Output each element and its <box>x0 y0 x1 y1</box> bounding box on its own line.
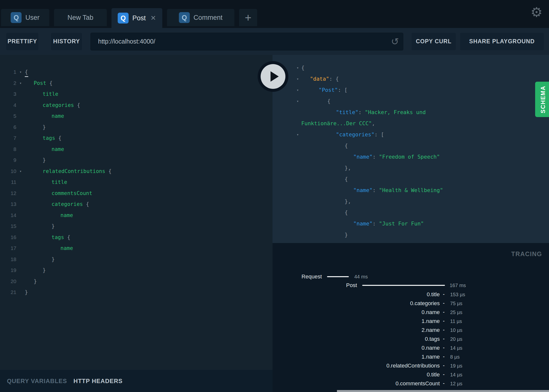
endpoint-url-input[interactable] <box>90 33 403 50</box>
line-number: 21 <box>0 289 16 295</box>
refresh-schema-icon[interactable]: ↺ <box>391 37 399 46</box>
response-line: } <box>273 229 549 240</box>
response-code: "Post": [ <box>301 87 348 93</box>
tracing-resolver-row: 2.name-10 µs <box>273 326 549 335</box>
http-headers-tab[interactable]: HTTP HEADERS <box>74 378 123 385</box>
response-line: "name": "Freedom of Speech" <box>273 151 549 162</box>
query-variables-tab[interactable]: QUERY VARIABLES <box>7 378 67 385</box>
tab-new-tab[interactable]: New Tab <box>54 9 107 26</box>
prettify-button[interactable]: PRETTIFY <box>6 33 38 50</box>
line-number: 11 <box>0 179 16 185</box>
tracing-title: TRACING <box>511 250 542 258</box>
editor-footer: QUERY VARIABLES HTTP HEADERS <box>0 370 273 392</box>
response-code: { <box>301 209 348 216</box>
query-line: 21} <box>0 287 273 298</box>
schema-sidebar-label: SCHEMA <box>540 86 547 113</box>
response-code: { <box>301 98 330 104</box>
execute-query-button[interactable] <box>258 61 288 92</box>
response-line: }, <box>273 162 549 173</box>
query-code: } <box>25 124 46 130</box>
response-line: ] <box>273 240 549 243</box>
fold-arrow-icon[interactable]: ▾ <box>273 99 301 103</box>
resolver-duration: 14 µs <box>450 343 462 352</box>
span-label: Request <box>302 272 322 281</box>
code-token: } <box>25 289 28 295</box>
query-line: 14name <box>0 210 273 221</box>
response-line: }, <box>273 196 549 207</box>
code-token: } <box>43 267 46 273</box>
response-line: ▾"Post": [ <box>273 84 549 96</box>
code-token: : <box>373 154 379 160</box>
query-line: 6} <box>0 122 273 133</box>
tab-post[interactable]: QPost✕ <box>111 8 162 28</box>
code-token: "categories" <box>336 131 374 138</box>
tracing-resolver-row: 0.name-14 µs <box>273 343 549 352</box>
fold-arrow-icon[interactable]: ▾ <box>16 81 25 85</box>
code-token: "Just For Fun" <box>379 220 424 227</box>
query-code: Post { <box>25 80 53 86</box>
code-token: , <box>372 120 375 126</box>
query-editor-pane[interactable]: 1▾{2▾Post {3title4categories {5name6}7ta… <box>0 55 273 370</box>
schema-sidebar-button[interactable]: SCHEMA <box>535 82 549 117</box>
response-line: { <box>273 207 549 218</box>
resolver-path: 1.name <box>422 317 440 326</box>
tab-bar: QUserNew TabQPost✕QComment + <box>0 0 549 28</box>
fold-arrow-icon[interactable]: ▾ <box>16 70 25 74</box>
settings-gear-icon[interactable]: ⚙ <box>531 5 543 19</box>
resolver-duration: 8 µs <box>450 352 460 361</box>
query-code: title <box>25 91 58 97</box>
query-code: categories { <box>25 201 89 207</box>
fold-arrow-icon[interactable]: ▾ <box>273 132 301 137</box>
query-line: 4categories { <box>0 100 273 111</box>
code-token: { <box>83 201 89 207</box>
resolver-dash: - <box>443 317 444 325</box>
response-line: ▾"categories": [ <box>273 129 549 140</box>
history-button[interactable]: HISTORY <box>51 33 82 50</box>
code-token: : <box>373 187 379 193</box>
query-code: relatedContributions { <box>25 168 111 174</box>
code-token: : { <box>329 76 339 82</box>
line-number: 19 <box>0 267 16 273</box>
close-icon[interactable]: ✕ <box>150 14 156 22</box>
code-token: } <box>43 157 46 163</box>
code-token: }, <box>345 165 351 171</box>
resolver-dash: - <box>443 352 444 361</box>
response-code: { <box>301 176 348 182</box>
line-number: 3 <box>0 91 16 97</box>
query-code: name <box>25 113 64 119</box>
query-type-badge: Q <box>179 12 190 23</box>
tracing-resolver-row: 0.name-25 µs <box>273 308 549 317</box>
query-code: tags { <box>25 135 61 141</box>
resolver-duration: 20 µs <box>450 335 462 343</box>
query-line: 18} <box>0 254 273 265</box>
new-tab-button[interactable]: + <box>239 9 257 26</box>
code-token: { <box>64 234 70 240</box>
resolver-dash: - <box>443 379 444 388</box>
tab-user[interactable]: QUser <box>1 9 49 26</box>
query-code: } <box>25 289 28 295</box>
share-playground-button[interactable]: SHARE PLAYGROUND <box>460 33 544 50</box>
horizontal-scrollbar[interactable] <box>337 390 549 392</box>
query-line: 20} <box>0 276 273 287</box>
code-token: } <box>345 232 348 238</box>
span-label: Post <box>346 281 357 290</box>
resolver-path: 0.name <box>422 343 440 352</box>
resolver-path: 0.title <box>427 290 440 299</box>
response-pane: ▾{▾"data": {▾"Post": [▾{"title": "Hacker… <box>273 55 549 243</box>
query-code: } <box>25 157 46 163</box>
fold-arrow-icon[interactable]: ▾ <box>16 169 25 173</box>
line-number: 18 <box>0 256 16 262</box>
copy-curl-button[interactable]: COPY CURL <box>412 33 456 50</box>
tracing-panel: TRACING Request44 msPost167 ms0.title-15… <box>273 243 549 392</box>
tab-comment[interactable]: QComment <box>167 9 234 26</box>
resolver-duration: 153 µs <box>450 290 465 299</box>
response-code: } <box>301 232 348 238</box>
query-code: } <box>25 278 37 284</box>
code-token: { <box>74 102 80 108</box>
tab-label: Comment <box>193 14 222 22</box>
span-duration-bar <box>327 276 349 277</box>
code-token: { <box>46 80 53 86</box>
line-number: 10 <box>0 168 16 174</box>
tracing-span-row: Post167 ms <box>273 281 549 290</box>
graphql-playground-window: QUserNew TabQPost✕QComment + ⚙ PRETTIFY … <box>0 0 549 392</box>
